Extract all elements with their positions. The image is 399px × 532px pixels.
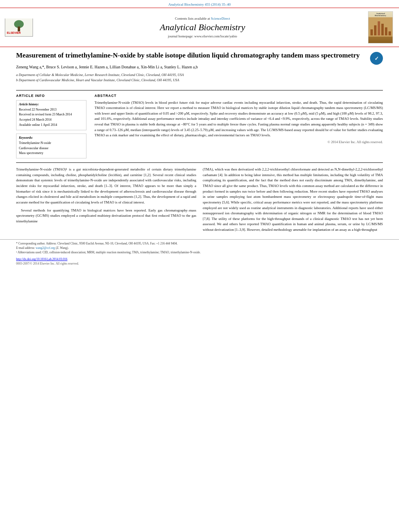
body-p2: Several methods for quantifying TMAO in … bbox=[16, 208, 196, 224]
journal-cover: AnalyticalBiochemistry bbox=[368, 11, 394, 43]
footnote-abbrev: ¹ Abbreviations used: CID, collision-ind… bbox=[16, 250, 383, 255]
svg-text:✓: ✓ bbox=[374, 55, 379, 62]
article-info-heading: ARTICLE INFO bbox=[16, 94, 86, 98]
crossmark-icon: ✓ bbox=[370, 52, 383, 65]
sciencedirect-link[interactable]: ScienceDirect bbox=[211, 16, 230, 21]
article-title: ✓ Measurement of trimethylamine-N-oxide … bbox=[16, 51, 383, 60]
elsevier-logo-graphic: ELSEVIER bbox=[5, 18, 33, 37]
svg-rect-6 bbox=[374, 25, 376, 35]
elsevier-logo: ELSEVIER bbox=[5, 18, 37, 37]
abstract-section: ABSTRACT Trimethylamine-N-oxide (TMAO) l… bbox=[95, 94, 383, 159]
svg-rect-2 bbox=[18, 27, 20, 31]
doi-link[interactable]: http://dx.doi.org/10.1016/j.ab.2014.03.0… bbox=[16, 257, 68, 261]
affiliations: a Department of Cellular & Molecular Med… bbox=[16, 72, 383, 83]
two-column-section: ARTICLE INFO Article history: Received 2… bbox=[0, 90, 399, 159]
issn-section: 0003-2697/© 2014 Elsevier Inc. All right… bbox=[0, 262, 399, 267]
copyright-text: © 2014 Elsevier Inc. All rights reserved… bbox=[95, 140, 383, 144]
body-section: Trimethylamine-N-oxide (TMAO)¹ is a gut … bbox=[0, 167, 399, 239]
affiliation-a: a Department of Cellular & Molecular Med… bbox=[16, 72, 383, 78]
svg-rect-7 bbox=[378, 21, 380, 35]
svg-text:ELSEVIER: ELSEVIER bbox=[7, 31, 21, 34]
accepted-date: Accepted 24 March 2014 bbox=[19, 117, 84, 123]
received-date: Received 22 November 2013 bbox=[19, 107, 84, 113]
footnote-email: E-mail address: wang2@ccf.org (Z. Wang). bbox=[16, 246, 383, 250]
cover-image: AnalyticalBiochemistry bbox=[368, 11, 393, 43]
journal-title-header: Analytical Biochemistry bbox=[45, 22, 360, 33]
svg-rect-9 bbox=[385, 27, 387, 35]
cover-title-text: AnalyticalBiochemistry bbox=[374, 12, 387, 17]
revised-date: Received in revised form 23 March 2014 bbox=[19, 112, 84, 117]
body-p1: Trimethylamine-N-oxide (TMAO)¹ is a gut … bbox=[16, 167, 196, 205]
homepage-line: journal homepage: www.elsevier.com/locat… bbox=[45, 34, 360, 38]
svg-rect-10 bbox=[389, 31, 391, 35]
body-col-right: (TMA), which was then derivatized with 2… bbox=[203, 167, 383, 235]
header-center: Contents lists available at ScienceDirec… bbox=[37, 16, 368, 38]
article-title-text: Measurement of trimethylamine-N-oxide by… bbox=[16, 51, 360, 59]
top-bar: Analytical Biochemistry 455 (2014) 35–40 bbox=[0, 0, 399, 8]
article-info: ARTICLE INFO Article history: Received 2… bbox=[16, 94, 86, 159]
affiliation-b: b Department of Cardiovascular Medicine,… bbox=[16, 78, 383, 83]
available-date: Available online 1 April 2014 bbox=[19, 123, 84, 128]
keyword-1: Trimethylamine-N-oxide bbox=[19, 141, 84, 146]
keyword-2: Cardiovascular disease bbox=[19, 146, 84, 151]
abstract-heading: ABSTRACT bbox=[95, 94, 383, 98]
body-p3: (TMA), which was then derivatized with 2… bbox=[203, 167, 383, 233]
keywords-title: Keywords: bbox=[19, 136, 84, 140]
doi-section: http://dx.doi.org/10.1016/j.ab.2014.03.0… bbox=[0, 256, 399, 262]
abstract-text: Trimethylamine-N-oxide (TMAO) levels in … bbox=[95, 100, 383, 138]
history-title: Article history: bbox=[19, 103, 84, 106]
body-col-left: Trimethylamine-N-oxide (TMAO)¹ is a gut … bbox=[16, 167, 196, 235]
email-link[interactable]: wang2@ccf.org bbox=[36, 246, 55, 250]
svg-rect-8 bbox=[381, 24, 384, 35]
keywords-box: Keywords: Trimethylamine-N-oxide Cardiov… bbox=[16, 134, 86, 158]
crossmark[interactable]: ✓ bbox=[370, 52, 383, 65]
footnote-section: * Corresponding author. Address: Clevela… bbox=[0, 239, 399, 257]
authors-line: Zeneng Wang a,*, Bruce S. Levison a, Jen… bbox=[16, 64, 383, 70]
journal-ref: Analytical Biochemistry 455 (2014) 35–40 bbox=[169, 2, 231, 6]
divider-2 bbox=[16, 162, 383, 163]
cover-chart-graphic bbox=[368, 17, 393, 43]
svg-rect-5 bbox=[370, 29, 373, 35]
history-box: Article history: Received 22 November 20… bbox=[16, 100, 86, 130]
footnote-corresponding: * Corresponding author. Address: Clevela… bbox=[16, 241, 383, 246]
header-section: ELSEVIER Contents lists available at Sci… bbox=[0, 8, 399, 47]
article-title-section: ✓ Measurement of trimethylamine-N-oxide … bbox=[0, 47, 399, 90]
keyword-3: Mass spectrometry bbox=[19, 151, 84, 156]
contents-line: Contents lists available at ScienceDirec… bbox=[45, 16, 360, 21]
